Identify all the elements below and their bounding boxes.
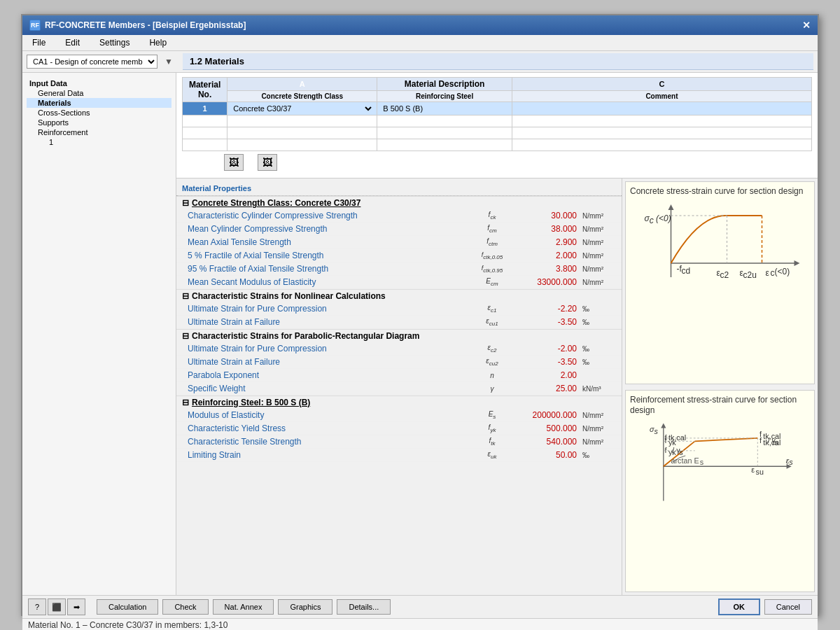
svg-text:s: s: [700, 458, 704, 466]
menu-file[interactable]: File: [28, 36, 50, 49]
svg-text:su: su: [756, 468, 764, 476]
tree-general-data[interactable]: General Data: [27, 88, 172, 98]
props-panel: Material Properties ⊟ Concrete Strength …: [176, 178, 622, 595]
charts-panel: Concrete stress-strain curve for section…: [622, 178, 818, 595]
check-button[interactable]: Check: [162, 599, 208, 615]
menu-settings[interactable]: Settings: [95, 36, 134, 49]
row-reinforcing-steel: B 500 S (B): [377, 102, 512, 115]
svg-text:ε: ε: [766, 268, 770, 278]
props-section-title: Material Properties: [176, 181, 622, 196]
svg-text:f: f: [665, 433, 667, 441]
svg-text:σs: σs: [650, 425, 658, 435]
table-row[interactable]: 1 Concrete C30/37 B 500 S (B): [183, 102, 812, 115]
nat-annex-button[interactable]: Nat. Annex: [213, 599, 274, 615]
toolbar: CA1 - Design of concrete memb ▼ 1.2 Mate…: [22, 51, 818, 73]
title-bar: RF RF-CONCRETE Members - [Beispiel Ergeb…: [22, 15, 818, 35]
col-header-b: Material Description: [377, 78, 512, 91]
details-button[interactable]: Details...: [337, 599, 391, 615]
material-table-area: Material No. A Material Description C Co…: [176, 73, 818, 178]
left-panel: Input Data General Data Materials Cross-…: [22, 73, 176, 595]
section-title: 1.2 Materials: [183, 53, 813, 70]
prop-row-n: Parabola Exponent n 2.00: [176, 369, 622, 382]
print-icon-button[interactable]: ⬛: [48, 598, 66, 615]
prop-row-es: Modulus of Elasticity Es 200000.000 N/mm…: [176, 409, 622, 422]
row-no: 1: [183, 102, 227, 115]
menu-help[interactable]: Help: [145, 36, 171, 49]
design-case-select[interactable]: CA1 - Design of concrete memb: [27, 55, 158, 69]
concrete-chart-box: Concrete stress-strain curve for section…: [625, 181, 815, 384]
svg-text:tk,cal: tk,cal: [668, 433, 686, 441]
prop-row-gamma: Specific Weight γ 25.00 kN/m³: [176, 382, 622, 396]
steel-chart-svg: σs εs f yk: [630, 419, 810, 510]
svg-text:f: f: [760, 436, 762, 444]
table-empty-row-2: [183, 127, 812, 139]
concrete-class-select[interactable]: Concrete C30/37: [230, 104, 374, 113]
cancel-button[interactable]: Cancel: [764, 599, 812, 615]
close-button[interactable]: ✕: [802, 20, 811, 31]
prop-row-fctk095: 95 % Fractile of Axial Tensile Strength …: [176, 262, 622, 276]
parabolic-group-header: ⊟ Characteristic Strains for Parabolic-R…: [176, 329, 622, 342]
tree-cross-sections[interactable]: Cross-Sections: [27, 108, 172, 118]
ok-button[interactable]: OK: [718, 598, 760, 615]
app-icon: RF: [29, 20, 41, 31]
svg-text:cd: cd: [682, 266, 691, 276]
svg-marker-19: [661, 423, 666, 428]
bottom-bar: ? ⬛ ➡ Calculation Check Nat. Annex Graph…: [22, 595, 818, 618]
col-subheader-a: Concrete Strength Class: [227, 91, 377, 102]
collapse-icon-concrete[interactable]: ⊟: [182, 198, 189, 208]
collapse-icon-steel[interactable]: ⊟: [182, 398, 189, 407]
prop-row-fyk: Characteristic Yield Stress fyk 500.000 …: [176, 422, 622, 435]
steel-chart-title: Reinforcement stress-strain curve for se…: [630, 395, 810, 416]
prop-row-fctm: Mean Axial Tensile Strength fctm 2.900 N…: [176, 236, 622, 249]
tree-reinforcement[interactable]: Reinforcement: [27, 127, 172, 137]
svg-text:s: s: [679, 448, 682, 456]
main-content: Input Data General Data Materials Cross-…: [22, 73, 818, 595]
prop-row-ecm: Mean Secant Modulus of Elasticity Ecm 33…: [176, 276, 622, 289]
calculation-button[interactable]: Calculation: [97, 599, 158, 615]
col-header-no: Material No.: [183, 78, 227, 102]
svg-text:c2u: c2u: [743, 270, 757, 280]
collapse-icon-parabolic[interactable]: ⊟: [182, 331, 189, 341]
collapse-icon-nonlinear[interactable]: ⊟: [182, 291, 189, 301]
graphics-button[interactable]: Graphics: [278, 599, 332, 615]
table-empty-row-3: [183, 139, 812, 151]
help-icon-button[interactable]: ?: [28, 598, 46, 615]
steel-group-header: ⊟ Reinforcing Steel: B 500 S (B): [176, 396, 622, 409]
dropdown-arrow-icon: ▼: [164, 57, 173, 66]
row-comment: [512, 102, 811, 115]
svg-text:f: f: [665, 446, 667, 454]
tree-reinforcement-1[interactable]: 1: [27, 137, 172, 147]
concrete-chart-svg: σc (<0) -f cd ε c2 ε c2u ε c: [630, 200, 810, 291]
svg-text:σc (<0): σc (<0): [645, 214, 671, 225]
concrete-chart-title: Concrete stress-strain curve for section…: [630, 186, 810, 197]
col-subheader-b: Reinforcing Steel: [377, 91, 512, 102]
col-subheader-c: Comment: [512, 91, 811, 102]
bottom-icons: ? ⬛ ➡: [28, 598, 85, 615]
prop-row-ec1: Ultimate Strain for Pure Compression εc1…: [176, 302, 622, 316]
prop-row-ftk: Characteristic Tensile Strength ftk 540.…: [176, 435, 622, 449]
material-table: Material No. A Material Description C Co…: [182, 77, 812, 151]
status-bar: Material No. 1 – Concrete C30/37 in memb…: [22, 618, 818, 630]
prop-row-fctk005: 5 % Fractile of Axial Tensile Strength f…: [176, 249, 622, 262]
concrete-group-header: ⊟ Concrete Strength Class: Concrete C30/…: [176, 196, 622, 209]
table-delete-button[interactable]: 🖼: [258, 154, 277, 171]
prop-row-fcm: Mean Cylinder Compressive Strength fcm 3…: [176, 223, 622, 236]
menu-edit[interactable]: Edit: [61, 36, 84, 49]
status-text: Material No. 1 – Concrete C30/37 in memb…: [28, 620, 227, 630]
svg-text:ε: ε: [751, 465, 755, 474]
svg-text:(<0): (<0): [775, 267, 790, 276]
tree-supports[interactable]: Supports: [27, 118, 172, 127]
export-icon-button[interactable]: ➡: [67, 598, 85, 615]
svg-marker-3: [794, 260, 800, 266]
tree-materials[interactable]: Materials: [27, 98, 172, 108]
svg-marker-2: [668, 204, 674, 210]
right-panel: Material No. A Material Description C Co…: [176, 73, 818, 595]
table-add-button[interactable]: 🖼: [224, 154, 244, 171]
props-and-charts: Material Properties ⊟ Concrete Strength …: [176, 178, 818, 595]
main-window: RF RF-CONCRETE Members - [Beispiel Ergeb…: [21, 14, 819, 616]
svg-line-24: [695, 438, 758, 441]
row-concrete-class[interactable]: Concrete C30/37: [227, 102, 377, 115]
table-empty-row-1: [183, 115, 812, 127]
steel-chart-box: Reinforcement stress-strain curve for se…: [625, 390, 815, 593]
prop-row-ecu2: Ultimate Strain at Failure εcu2 -3.50 ‰: [176, 356, 622, 369]
